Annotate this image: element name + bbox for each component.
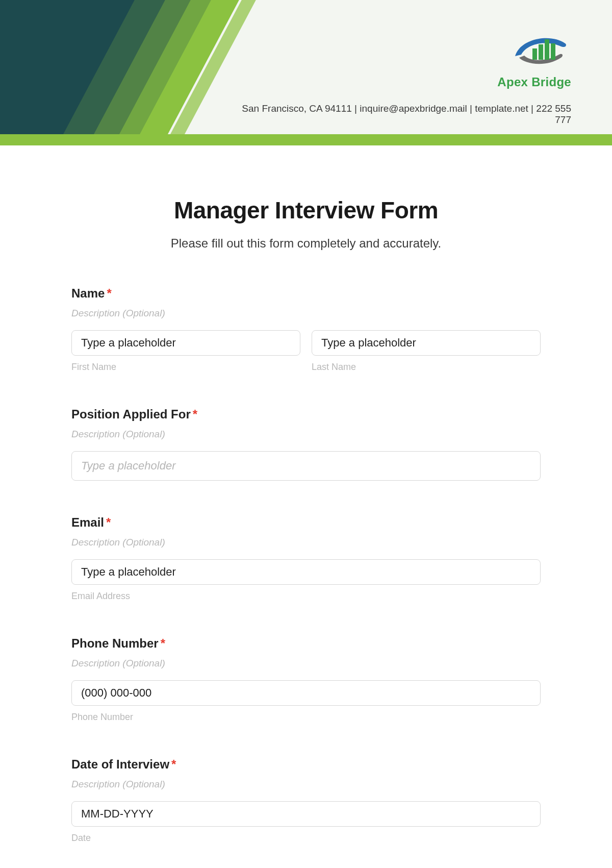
required-mark: *: [171, 757, 176, 771]
required-mark: *: [193, 407, 197, 421]
svg-rect-2: [545, 39, 549, 60]
sublabel-email: Email Address: [71, 591, 541, 602]
first-name-input[interactable]: [71, 330, 300, 356]
field-phone: Phone Number* Description (Optional) Pho…: [71, 636, 541, 723]
field-label-position: Position Applied For*: [71, 407, 541, 421]
header-banner: Apex Bridge San Francisco, CA 94111 | in…: [0, 0, 612, 145]
brand-name: Apex Bridge: [497, 75, 571, 89]
field-description: Description (Optional): [71, 537, 541, 548]
header-bottom-bar: [0, 134, 612, 145]
sublabel-first-name: First Name: [71, 362, 300, 373]
field-email: Email* Description (Optional) Email Addr…: [71, 515, 541, 602]
label-text: Position Applied For: [71, 407, 191, 421]
brand-block: Apex Bridge: [497, 28, 571, 89]
field-description: Description (Optional): [71, 308, 541, 319]
svg-rect-1: [539, 44, 543, 60]
form-subtitle: Please fill out this form completely and…: [71, 236, 541, 251]
svg-rect-3: [551, 43, 555, 60]
sublabel-date: Date: [71, 833, 541, 844]
label-text: Name: [71, 286, 105, 300]
required-mark: *: [161, 636, 165, 650]
field-label-name: Name*: [71, 286, 541, 301]
page: Apex Bridge San Francisco, CA 94111 | in…: [0, 0, 612, 868]
label-text: Email: [71, 515, 104, 529]
brand-logo-icon: [510, 28, 571, 71]
field-label-email: Email*: [71, 515, 541, 530]
brand-contact-line: San Francisco, CA 94111 | inquire@apexbr…: [235, 103, 571, 126]
sublabel-last-name: Last Name: [312, 362, 541, 373]
field-description: Description (Optional): [71, 779, 541, 790]
field-description: Description (Optional): [71, 429, 541, 440]
position-input[interactable]: [71, 451, 541, 481]
field-date: Date of Interview* Description (Optional…: [71, 757, 541, 844]
last-name-input[interactable]: [312, 330, 541, 356]
field-position: Position Applied For* Description (Optio…: [71, 407, 541, 481]
sublabel-phone: Phone Number: [71, 712, 541, 723]
form-container: Manager Interview Form Please fill out t…: [71, 145, 541, 868]
form-title: Manager Interview Form: [71, 196, 541, 224]
required-mark: *: [106, 515, 111, 529]
required-mark: *: [107, 286, 111, 300]
date-input[interactable]: [71, 801, 541, 827]
field-label-phone: Phone Number*: [71, 636, 541, 651]
field-name: Name* Description (Optional) First Name …: [71, 286, 541, 373]
label-text: Phone Number: [71, 636, 159, 650]
field-label-date: Date of Interview*: [71, 757, 541, 772]
email-input[interactable]: [71, 559, 541, 585]
label-text: Date of Interview: [71, 757, 169, 771]
field-description: Description (Optional): [71, 658, 541, 669]
svg-rect-0: [532, 48, 537, 60]
phone-input[interactable]: [71, 680, 541, 706]
